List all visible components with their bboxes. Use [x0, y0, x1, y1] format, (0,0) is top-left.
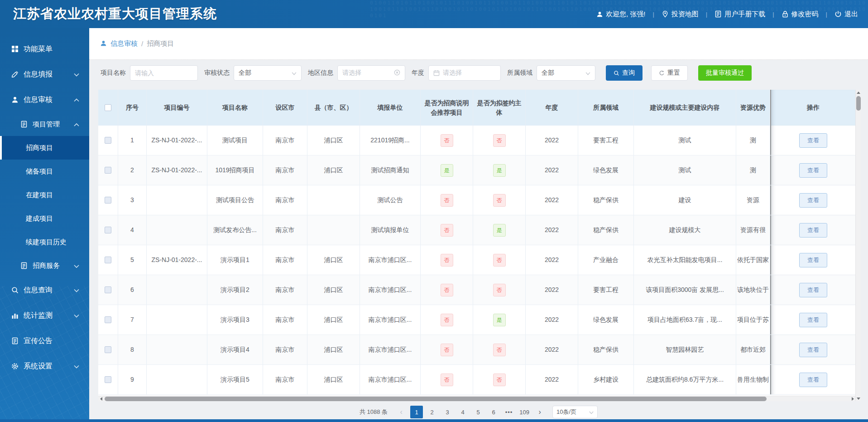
row-checkbox[interactable]: [105, 286, 111, 293]
row-checkbox[interactable]: [105, 227, 111, 233]
view-button[interactable]: 查看: [799, 373, 827, 387]
sidebar-item-investment-projects[interactable]: 招商项目: [0, 136, 89, 160]
scroll-up-arrow[interactable]: [856, 90, 861, 95]
cell-content: 总建筑面积约8.6万平方米...: [634, 365, 736, 394]
row-checkbox[interactable]: [105, 376, 111, 383]
scroll-right-arrow[interactable]: [850, 396, 855, 402]
nav-change-password[interactable]: 修改密码: [782, 10, 819, 19]
chevron-down-icon: [74, 286, 79, 294]
cell-year: 2022: [526, 335, 578, 364]
sidebar-item-info-query[interactable]: 信息查询: [0, 277, 89, 303]
cell-field: 产业融合: [578, 245, 634, 275]
row-action-cell: 查看: [770, 335, 855, 364]
sidebar-item-reserve-projects[interactable]: 储备项目: [0, 160, 89, 183]
field-select[interactable]: 全部: [537, 65, 595, 81]
sidebar-item-completed-projects[interactable]: 建成项目: [0, 207, 89, 230]
row-action-cell: 查看: [770, 215, 855, 245]
cell-seq: 8: [118, 335, 147, 364]
vertical-scroll-thumb[interactable]: [856, 96, 861, 111]
breadcrumb-root[interactable]: 信息审核: [110, 39, 138, 48]
scroll-down-arrow[interactable]: [856, 396, 861, 401]
scroll-left-arrow[interactable]: [98, 396, 104, 402]
table-header-cell: 年度: [526, 90, 578, 126]
nav-invest-map[interactable]: 投资地图: [662, 10, 699, 19]
page-button-2[interactable]: 2: [426, 406, 438, 418]
row-checkbox[interactable]: [105, 197, 111, 204]
clear-circle-icon[interactable]: [394, 69, 400, 77]
cell-code: ZS-NJ-01-2022-...: [147, 126, 207, 155]
row-select-cell: [98, 155, 118, 185]
cell-county: [307, 215, 360, 245]
view-button[interactable]: 查看: [799, 193, 827, 208]
sidebar-item-project-management[interactable]: 项目管理: [0, 112, 89, 136]
page-button-109[interactable]: 109: [518, 406, 531, 418]
view-button[interactable]: 查看: [799, 133, 827, 148]
more-pages-ellipsis[interactable]: •••: [503, 409, 515, 416]
view-button[interactable]: 查看: [799, 163, 827, 178]
page-button-6[interactable]: 6: [487, 406, 500, 418]
cell-proposed: 否: [473, 245, 526, 275]
page-button-5[interactable]: 5: [472, 406, 484, 418]
vertical-scrollbar[interactable]: [855, 90, 861, 401]
nav-logout[interactable]: 退出: [834, 10, 858, 19]
cell-proposed: 否: [473, 335, 526, 364]
cell-county: 浦口区: [307, 335, 360, 364]
row-checkbox[interactable]: [105, 346, 111, 353]
sidebar-item-under-construction[interactable]: 在建项目: [0, 183, 89, 207]
manual-icon: [715, 10, 722, 18]
table-header-cell: 所属领域: [578, 90, 634, 126]
chart-icon: [11, 312, 19, 320]
row-checkbox[interactable]: [105, 137, 111, 144]
chevron-down-icon: [585, 69, 590, 77]
sidebar-item-menu-home[interactable]: 功能菜单: [0, 36, 89, 62]
pencil-icon: [11, 71, 19, 78]
cell-city: 南京市: [263, 305, 307, 335]
horizontal-scrollbar[interactable]: [98, 396, 855, 401]
cell-county: 浦口区: [307, 155, 360, 185]
view-button[interactable]: 查看: [799, 313, 827, 327]
project-name-input[interactable]: [135, 69, 193, 77]
view-button[interactable]: 查看: [799, 253, 827, 267]
horizontal-scroll-thumb[interactable]: [105, 397, 767, 401]
next-page-button[interactable]: ›: [534, 406, 545, 418]
audit-status-label: 审核状态: [204, 69, 230, 77]
row-checkbox[interactable]: [105, 257, 111, 263]
batch-approve-button[interactable]: 批量审核通过: [698, 65, 752, 81]
chevron-down-icon: [292, 69, 297, 77]
cell-resource: 都市近郊: [736, 335, 770, 364]
region-select[interactable]: 请选择: [337, 65, 405, 81]
nav-manual-download[interactable]: 用户手册下载: [715, 10, 765, 19]
chevron-down-icon: [74, 70, 79, 78]
search-button[interactable]: 查询: [606, 65, 643, 81]
row-checkbox[interactable]: [105, 167, 111, 174]
page-button-3[interactable]: 3: [441, 406, 454, 418]
row-checkbox[interactable]: [105, 316, 111, 323]
reset-button[interactable]: 重置: [651, 65, 688, 81]
table-row: 8演示项目4南京市浦口区南京市浦口区...否否2022稳产保供智慧园林园艺都市近…: [98, 335, 855, 365]
sidebar-item-system-settings[interactable]: 系统设置: [0, 354, 89, 379]
sidebar-item-statistics-monitoring[interactable]: 统计监测: [0, 303, 89, 328]
view-button[interactable]: 查看: [799, 343, 827, 357]
grid-icon: [11, 45, 19, 53]
sidebar-item-info-report[interactable]: 信息填报: [0, 62, 89, 87]
cell-recommended: 否: [421, 335, 473, 364]
view-button[interactable]: 查看: [799, 283, 827, 297]
cell-city: 南京市: [263, 155, 307, 185]
sidebar-item-label: 招商服务: [33, 262, 60, 270]
cell-unit: 南京市浦口区...: [360, 305, 421, 335]
view-button[interactable]: 查看: [799, 223, 827, 238]
sidebar-item-info-review[interactable]: 信息审核: [0, 87, 89, 112]
nav-separator: |: [826, 11, 827, 18]
sidebar-item-publicity-announcement[interactable]: 宣传公告: [0, 328, 89, 354]
page-button-4[interactable]: 4: [456, 406, 469, 418]
sidebar-item-renewal-project-history[interactable]: 续建项目历史: [0, 230, 89, 254]
page-button-1[interactable]: 1: [410, 406, 423, 418]
page-size-select[interactable]: 10条/页: [552, 406, 598, 418]
sidebar-item-investment-services[interactable]: 招商服务: [0, 254, 89, 277]
cell-content: 建设规模大: [634, 215, 736, 245]
prev-page-button[interactable]: ‹: [396, 406, 407, 418]
select-all-checkbox[interactable]: [105, 104, 111, 111]
cell-name: 测试项目: [207, 126, 263, 155]
year-picker[interactable]: 请选择: [428, 65, 501, 81]
audit-status-select[interactable]: 全部: [234, 65, 302, 81]
